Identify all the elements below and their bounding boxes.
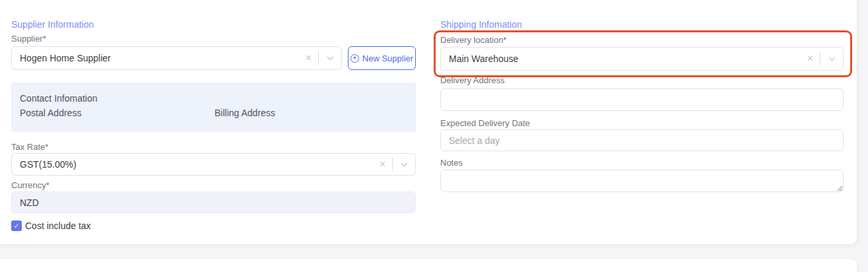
chevron-down-icon[interactable] bbox=[393, 162, 415, 167]
supplier-select-value: Hogen Home Supplier bbox=[20, 53, 302, 63]
plus-circle-icon: + bbox=[351, 54, 359, 63]
delivery-location-select[interactable]: Main Warehouse × bbox=[440, 47, 844, 71]
expected-delivery-date-label: Expected Delivery Date bbox=[440, 118, 530, 128]
chevron-down-icon[interactable] bbox=[319, 56, 341, 61]
clear-icon[interactable]: × bbox=[302, 53, 318, 63]
billing-address-label: Billing Address bbox=[215, 108, 275, 118]
notes-label: Notes bbox=[440, 158, 463, 168]
shipping-section-title: Shipping Infomation bbox=[440, 19, 522, 30]
cost-include-tax-checkbox[interactable]: ✓ bbox=[11, 221, 22, 231]
new-supplier-button-label: New Supplier bbox=[362, 53, 413, 63]
currency-field: NZD bbox=[11, 191, 416, 213]
supplier-label: Supplier* bbox=[11, 34, 46, 44]
chevron-down-icon[interactable] bbox=[820, 57, 843, 61]
check-icon: ✓ bbox=[13, 222, 19, 230]
currency-label: Currency* bbox=[11, 180, 50, 190]
clear-icon[interactable]: × bbox=[376, 159, 392, 170]
delivery-location-select-value: Main Warehouse bbox=[449, 53, 803, 64]
tax-rate-label: Tax Rate* bbox=[11, 142, 48, 152]
tax-rate-select-value: GST(15.00%) bbox=[20, 159, 376, 170]
delivery-address-label: Delivery Address bbox=[440, 75, 505, 85]
cost-include-tax-row[interactable]: ✓ Cost include tax bbox=[11, 221, 91, 231]
tax-rate-select[interactable]: GST(15.00%) × bbox=[11, 153, 416, 176]
contact-information-title: Contact Infomation bbox=[20, 93, 98, 104]
cost-include-tax-label[interactable]: Cost include tax bbox=[25, 221, 91, 231]
notes-textarea[interactable] bbox=[440, 170, 844, 192]
expected-delivery-date-input[interactable] bbox=[440, 129, 844, 151]
delivery-address-input[interactable] bbox=[440, 88, 844, 111]
next-section-card bbox=[0, 259, 857, 272]
currency-value: NZD bbox=[20, 197, 39, 208]
clear-icon[interactable]: × bbox=[803, 53, 820, 64]
supplier-select[interactable]: Hogen Home Supplier × bbox=[11, 46, 342, 70]
contact-information-box: Contact Infomation Postal Address Billin… bbox=[11, 83, 416, 132]
supplier-section-title: Supplier Information bbox=[11, 19, 94, 30]
delivery-location-label: Delivery location* bbox=[440, 35, 506, 45]
postal-address-label: Postal Address bbox=[20, 108, 81, 118]
new-supplier-button[interactable]: + New Supplier bbox=[348, 46, 416, 70]
